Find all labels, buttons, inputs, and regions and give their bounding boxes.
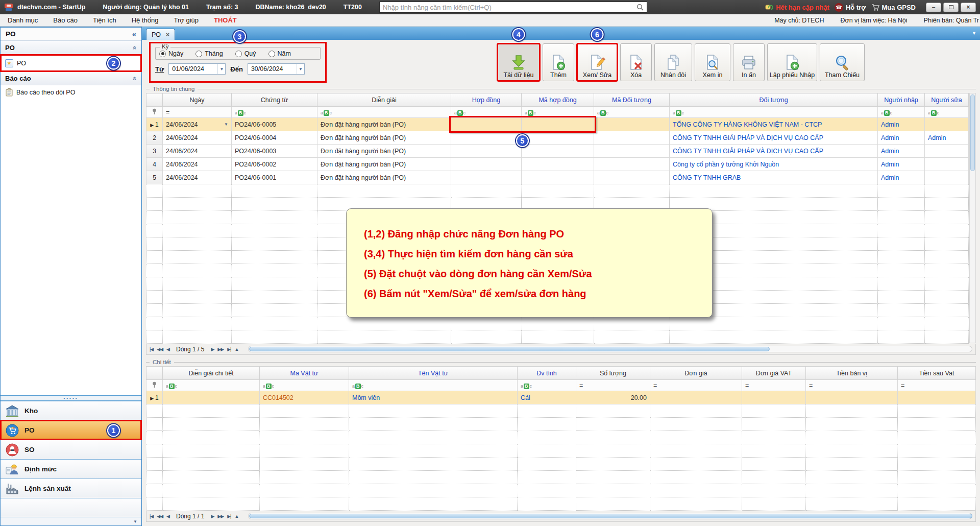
menu-danh-muc[interactable]: Danh mục xyxy=(0,16,45,24)
menu-tro-giup[interactable]: Trợ giúp xyxy=(166,16,206,24)
cell-doi-tuong[interactable]: Công ty cổ phần ý tưởng Khởi Nguồn xyxy=(670,158,878,171)
cell-so-luong[interactable]: 20.00 xyxy=(576,391,650,404)
minimize-button[interactable]: – xyxy=(926,3,941,12)
nav-next-icon[interactable]: ▶ xyxy=(211,514,214,519)
cell-nguoi-nhap[interactable]: Admin xyxy=(878,158,925,171)
horizontal-scrollbar[interactable] xyxy=(248,513,972,519)
chevron-down-icon[interactable]: ▼ xyxy=(217,64,225,74)
cell-tien-sau-vat[interactable] xyxy=(898,391,976,404)
nav-first-icon[interactable]: |◀ xyxy=(150,347,153,352)
tab-close-icon[interactable]: × xyxy=(166,31,169,38)
col-doi-tuong[interactable]: Đối tượng xyxy=(670,93,878,107)
load-data-button[interactable]: 4 Tải dữ liệu xyxy=(497,43,540,81)
filter-cell[interactable]: aBc xyxy=(518,380,576,391)
cell-chung-tu[interactable]: PO24/06-0004 xyxy=(232,131,317,145)
col-tien-sau-vat[interactable]: Tiền sau Vat xyxy=(898,367,976,380)
nav-next-icon[interactable]: ▶ xyxy=(211,347,214,352)
tab-po[interactable]: PO × xyxy=(146,29,175,40)
nav-prev-icon[interactable]: ◀ xyxy=(166,514,169,519)
cell-hop-dong[interactable] xyxy=(451,158,522,171)
menu-tien-ich[interactable]: Tiện ích xyxy=(85,16,124,24)
feature-search[interactable] xyxy=(379,2,647,13)
cell-chung-tu[interactable]: PO24/06-0001 xyxy=(232,171,317,184)
cell-don-gia[interactable] xyxy=(650,391,742,404)
filter-cell[interactable]: aBc xyxy=(670,107,878,118)
cell-dien-giai[interactable]: Đơn đặt hàng người bán (PO) xyxy=(317,158,451,171)
cell-ma-doi-tuong[interactable] xyxy=(594,118,670,131)
cell-chung-tu[interactable]: PO24/06-0002 xyxy=(232,158,317,171)
cell-don-gia-vat[interactable] xyxy=(742,391,806,404)
filter-cell[interactable]: aBc xyxy=(317,107,451,118)
delete-button[interactable]: Xóa xyxy=(620,43,652,81)
buy-gpsd-link[interactable]: Mua GPSD xyxy=(871,4,916,11)
menu-he-thong[interactable]: Hệ thống xyxy=(124,16,166,24)
cell-dien-giai[interactable]: Đơn đặt hàng người bán (PO) xyxy=(317,171,451,184)
cell-nguoi-sua[interactable] xyxy=(925,158,969,171)
cell-ngay[interactable]: 24/06/2024 xyxy=(163,145,232,158)
table-row[interactable]: 2 24/06/2024 PO24/06-0004 Đơn đặt hàng n… xyxy=(146,131,969,145)
cell-ma-hop-dong[interactable] xyxy=(522,145,594,158)
tab-list-dropdown-icon[interactable]: ▼ xyxy=(972,31,976,36)
col-ma-doi-tuong[interactable]: Mã Đối tượng xyxy=(594,93,670,107)
make-receipt-button[interactable]: Lập phiếu Nhập xyxy=(767,43,817,81)
nav-collapse-icon[interactable]: ▲ xyxy=(234,514,238,519)
cell-nguoi-nhap[interactable]: Admin xyxy=(878,145,925,158)
cell-ma-vat-tu[interactable]: CC014502 xyxy=(260,391,349,404)
table-row[interactable]: 4 24/06/2024 PO24/06-0002 Đơn đặt hàng n… xyxy=(146,158,969,171)
col-dien-giai-chi-tiet[interactable]: Diễn giải chi tiết xyxy=(163,367,260,380)
col-so-luong[interactable]: Số lượng xyxy=(576,367,650,380)
cell-ten-vat-tu[interactable]: Mồm viên xyxy=(349,391,518,404)
cell-ma-doi-tuong[interactable] xyxy=(594,131,670,145)
sidebar-nav-dinh-muc[interactable]: Định mức xyxy=(1,459,141,479)
sidebar-nav-po[interactable]: PO 1 xyxy=(1,420,141,440)
cell-hop-dong[interactable] xyxy=(451,145,522,158)
reference-button[interactable]: Tham Chiếu xyxy=(820,43,865,81)
sidebar-nav-so[interactable]: SO xyxy=(1,440,141,459)
col-chung-tu[interactable]: Chứng từ xyxy=(232,93,317,107)
cell-ma-doi-tuong[interactable] xyxy=(594,171,670,184)
cell-nguoi-nhap[interactable]: Admin xyxy=(878,118,925,131)
sidebar-item-po[interactable]: ★ PO 2 xyxy=(1,55,141,71)
filter-cell[interactable]: = xyxy=(742,380,806,391)
update-expired-status[interactable]: Hết hạn cập nhật xyxy=(765,3,829,11)
col-ten-vat-tu[interactable]: Tên Vật tư xyxy=(349,367,518,380)
cell-chung-tu[interactable]: PO24/06-0005 xyxy=(232,118,317,131)
cell-dien-giai-chi-tiet[interactable] xyxy=(163,391,260,404)
scrollbar-thumb[interactable] xyxy=(249,347,770,351)
print-preview-button[interactable]: Xem in xyxy=(695,43,730,81)
filter-cell[interactable]: = xyxy=(163,107,232,118)
col-don-gia[interactable]: Đơn giá xyxy=(650,367,742,380)
col-dv-tinh[interactable]: Đv tính xyxy=(518,367,576,380)
nav-prev-page-icon[interactable]: ◀◀ xyxy=(157,347,163,352)
cell-ma-hop-dong[interactable] xyxy=(522,158,594,171)
cell-nguoi-nhap[interactable]: Admin xyxy=(878,131,925,145)
radio-quy[interactable]: Quý xyxy=(235,50,256,57)
cell-doi-tuong[interactable]: CÔNG TY TNHH GRAB xyxy=(670,171,878,184)
sidebar-nav-kho[interactable]: Kho xyxy=(1,401,141,420)
nav-collapse-icon[interactable]: ▲ xyxy=(234,347,238,352)
radio-ngay[interactable]: Ngày xyxy=(159,50,183,57)
col-nguoi-sua[interactable]: Người sửa xyxy=(925,93,969,107)
filter-cell[interactable]: = xyxy=(898,380,976,391)
horizontal-scrollbar[interactable] xyxy=(248,346,972,352)
col-nguoi-nhap[interactable]: Người nhập xyxy=(878,93,925,107)
filter-cell[interactable]: aBc xyxy=(163,380,260,391)
cell-doi-tuong[interactable]: TỔNG CÔNG TY HÀNG KHÔNG VIỆT NAM - CTCP xyxy=(670,118,878,131)
filter-cell[interactable]: aBc xyxy=(232,107,317,118)
menu-bao-cao[interactable]: Báo cáo xyxy=(45,16,85,24)
cell-ngay[interactable]: 24/06/2024 xyxy=(163,171,232,184)
scrollbar-thumb[interactable] xyxy=(970,94,975,171)
filter-cell[interactable]: aBc xyxy=(349,380,518,391)
sidebar-group-po[interactable]: PO « xyxy=(1,41,141,55)
support-link[interactable]: ☎ Hỗ trợ xyxy=(835,3,866,12)
filter-cell[interactable]: aBc xyxy=(260,380,349,391)
cell-dv-tinh[interactable]: Cái xyxy=(518,391,576,404)
cell-hop-dong[interactable] xyxy=(451,131,522,145)
cell-doi-tuong[interactable]: CÔNG TY TNHH GIẢI PHÁP VÀ DỊCH VỤ CAO CẤ… xyxy=(670,145,878,158)
add-button[interactable]: Thêm xyxy=(543,43,574,81)
nav-first-icon[interactable]: |◀ xyxy=(150,514,153,519)
menu-thoat[interactable]: THOÁT xyxy=(206,16,244,24)
col-ngay[interactable]: Ngày xyxy=(163,93,232,107)
cell-ma-doi-tuong[interactable] xyxy=(594,145,670,158)
sidebar-collapse-icon[interactable]: « xyxy=(132,30,136,38)
